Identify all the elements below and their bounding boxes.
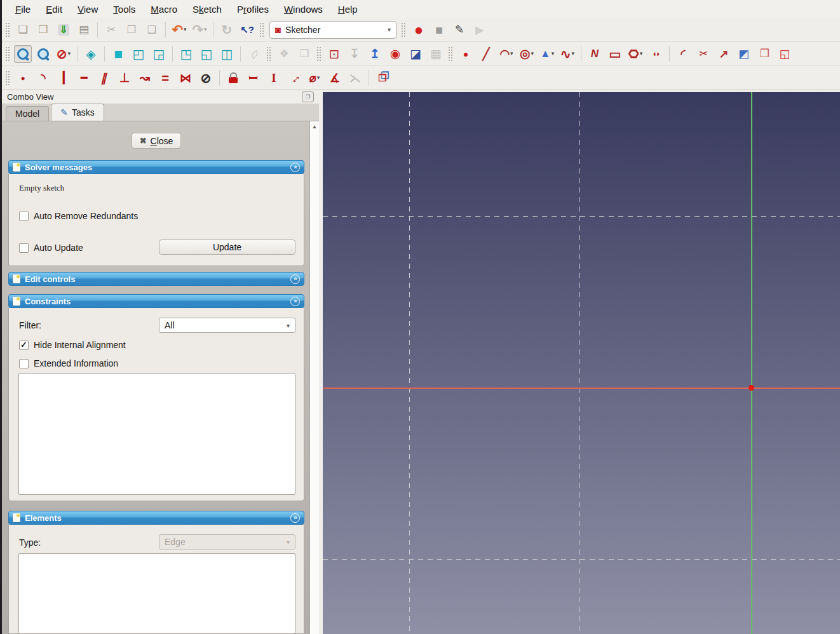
toolbar-view-sketcher: ⊘▾◈◼◰◲◳◱◫▱❖❒⊡↧↥◉◪▦●╱◠▾◎▾▲▾∿▾N▭▾◖◗◜✂↗◩❐◱ — [2, 42, 840, 66]
collapse-icon[interactable]: « — [290, 513, 300, 523]
fit-selection-icon[interactable] — [34, 45, 52, 63]
conic-icon[interactable]: ▲▾ — [538, 45, 556, 63]
constraint-hdistance-icon[interactable]: I — [245, 69, 262, 87]
axonometric-view-icon[interactable]: ◈ — [82, 45, 100, 63]
menu-item-profiles[interactable]: Profiles — [230, 2, 276, 17]
constraint-block-icon[interactable]: ⊘ — [197, 69, 215, 87]
carbon-copy-icon[interactable]: ❐ — [755, 45, 773, 63]
edit-controls-header[interactable]: Edit controls « — [8, 272, 304, 286]
tab-tasks[interactable]: ✎ Tasks — [51, 104, 104, 121]
construction-mode-icon[interactable]: ◱ — [776, 45, 794, 63]
combo-view-titlebar: Combo View ❐ — [2, 90, 319, 104]
new-file-icon[interactable]: ❏ — [14, 21, 32, 39]
menu-item-file[interactable]: File — [8, 2, 37, 17]
print-icon[interactable]: ▤ — [75, 21, 93, 39]
external-geometry-icon[interactable]: ◩ — [735, 45, 753, 63]
point-icon[interactable]: ● — [457, 45, 475, 63]
constraints-filter-select[interactable]: All ▾ — [159, 318, 295, 333]
hide-internal-alignment-checkbox[interactable] — [19, 341, 29, 350]
tab-model[interactable]: Model — [6, 106, 49, 121]
toolbar-separator — [97, 22, 98, 37]
collapse-icon[interactable]: « — [290, 163, 300, 172]
menu-item-tools[interactable]: Tools — [106, 2, 142, 17]
draw-style-icon[interactable]: ⊘▾ — [55, 45, 72, 63]
combo-view-title: Combo View — [7, 92, 53, 102]
front-view-icon[interactable]: ◼ — [109, 45, 127, 63]
constraint-parallel-icon[interactable]: ∥ — [95, 69, 113, 87]
menu-item-view[interactable]: View — [71, 2, 105, 17]
view-sketch-icon[interactable]: ◉ — [386, 45, 404, 63]
workbench-selector[interactable]: ◙Sketcher▾ — [269, 21, 396, 39]
constraint-vdistance-icon[interactable]: I — [265, 69, 283, 87]
extend-icon[interactable]: ↗ — [715, 45, 733, 63]
constraint-radius-icon[interactable]: ⌀▾ — [306, 69, 323, 87]
menu-item-macro[interactable]: Macro — [144, 2, 184, 17]
view-section-icon[interactable]: ◪ — [407, 45, 424, 63]
filter-value: All — [165, 320, 175, 330]
dock-scrollbar[interactable]: ▲ — [309, 121, 319, 634]
float-panel-icon[interactable]: ❐ — [302, 91, 314, 102]
rectangle-icon[interactable]: ▭ — [606, 45, 624, 63]
constraint-lock-icon[interactable] — [224, 69, 242, 87]
elements-header[interactable]: Elements « — [8, 511, 304, 525]
menu-item-sketch[interactable]: Sketch — [186, 2, 229, 17]
origin-point[interactable] — [749, 385, 754, 391]
constraint-tangent-icon[interactable]: ↝ — [136, 69, 154, 87]
toolbar-file: ❏❒⇓▤✂❐❑↶▾↷▾↻↖?◙Sketcher▾●■✎▶ — [2, 18, 840, 42]
constraint-angle-icon[interactable]: ∡ — [326, 69, 344, 87]
constraint-equal-icon[interactable]: = — [156, 69, 174, 87]
auto-update-row: Auto Update — [19, 243, 83, 253]
fit-all-icon[interactable] — [14, 45, 32, 63]
toggle-driving-icon[interactable]: ❒ — [374, 69, 391, 87]
constraint-distance-icon[interactable]: ↔ — [285, 69, 303, 87]
collapse-icon[interactable]: « — [290, 297, 300, 306]
menu-item-help[interactable]: Help — [331, 2, 365, 17]
save-icon[interactable]: ⇓ — [55, 21, 72, 39]
collapse-icon[interactable]: « — [290, 274, 300, 284]
circle-icon[interactable]: ◎▾ — [518, 45, 536, 63]
constraint-vertical-icon[interactable]: ┃ — [55, 69, 72, 87]
scroll-up-icon[interactable]: ▲ — [310, 121, 319, 132]
right-view-icon[interactable]: ◲ — [150, 45, 168, 63]
update-button[interactable]: Update — [159, 239, 295, 255]
constraints-list[interactable] — [18, 373, 295, 495]
create-sketch-icon[interactable]: ⊡ — [325, 45, 343, 63]
polyline-icon[interactable]: N — [586, 45, 604, 63]
open-file-icon[interactable]: ❒ — [34, 21, 52, 39]
macro-record-icon[interactable]: ● — [410, 21, 428, 39]
macro-stop-icon[interactable]: ■ — [430, 21, 448, 39]
polygon-icon[interactable]: ▾ — [627, 45, 644, 63]
close-task-button[interactable]: ✖ Close — [132, 133, 181, 149]
whats-this-icon[interactable]: ↖? — [238, 21, 256, 39]
bspline-icon[interactable]: ∿▾ — [559, 45, 576, 63]
solver-messages-header[interactable]: Solver messages « — [8, 160, 304, 174]
auto-remove-redundants-checkbox[interactable] — [19, 212, 29, 221]
constraint-perpendicular-icon[interactable]: ⊥ — [116, 69, 133, 87]
slot-icon[interactable]: ◖◗ — [647, 45, 665, 63]
menu-item-edit[interactable]: Edit — [39, 2, 69, 17]
constraint-point-on-object-icon[interactable]: ◝ — [34, 69, 52, 87]
undo-icon[interactable]: ↶▾ — [170, 21, 188, 39]
menu-item-windows[interactable]: Windows — [277, 2, 330, 17]
constraint-horizontal-icon[interactable]: ━ — [75, 69, 93, 87]
trim-icon[interactable]: ✂ — [694, 45, 712, 63]
close-button-label: Close — [151, 136, 173, 146]
paste-icon: ❑ — [143, 21, 161, 39]
constraint-symmetric-icon[interactable]: ⋈ — [177, 69, 194, 87]
line-icon[interactable]: ╱ — [477, 45, 495, 63]
extended-information-checkbox[interactable] — [19, 359, 29, 368]
elements-list[interactable] — [18, 553, 295, 633]
macro-edit-icon[interactable]: ✎ — [450, 21, 468, 39]
leave-sketch-icon[interactable]: ↥ — [366, 45, 384, 63]
top-view-icon[interactable]: ◰ — [130, 45, 147, 63]
left-view-icon[interactable]: ◫ — [218, 45, 236, 63]
part-icon: ❖ — [275, 45, 293, 63]
auto-update-checkbox[interactable] — [19, 243, 29, 253]
arc-icon[interactable]: ◠▾ — [498, 45, 515, 63]
fillet-icon[interactable]: ◜ — [674, 45, 692, 63]
viewport[interactable] — [323, 92, 840, 634]
constraints-header[interactable]: Constraints « — [8, 294, 304, 308]
rear-view-icon[interactable]: ◳ — [177, 45, 195, 63]
constraint-coincident-icon[interactable]: ● — [14, 69, 32, 87]
bottom-view-icon[interactable]: ◱ — [198, 45, 215, 63]
